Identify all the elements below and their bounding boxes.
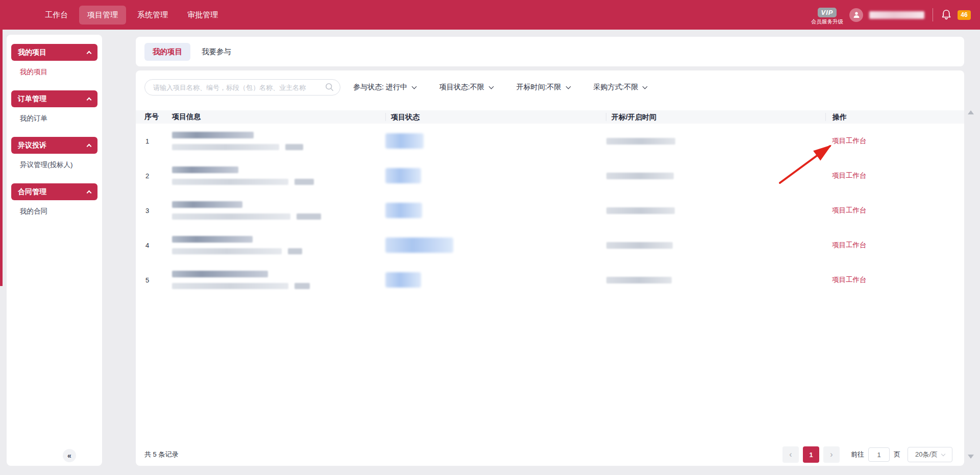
- row-index: 5: [144, 276, 172, 284]
- page-unit-label: 页: [894, 450, 900, 459]
- project-workbench-link[interactable]: 项目工作台: [825, 241, 867, 249]
- sidebar-item[interactable]: 我的合同: [11, 200, 97, 223]
- search-icon[interactable]: [325, 83, 334, 93]
- nav-divider: [933, 8, 933, 21]
- page-size-value: 20条/页: [915, 450, 938, 459]
- project-title-redacted: [172, 236, 253, 243]
- project-workbench-link[interactable]: 项目工作台: [825, 172, 867, 179]
- open-time-redacted: [606, 173, 674, 179]
- filter-dropdown-3[interactable]: 采购方式:不限: [594, 83, 647, 92]
- sidebar-group-title: 异议投诉: [18, 141, 46, 150]
- status-badge-redacted: [385, 272, 421, 288]
- project-workbench-link[interactable]: 项目工作台: [825, 206, 867, 214]
- project-subtitle-redacted: [172, 283, 288, 289]
- open-time-redacted: [606, 207, 675, 214]
- search-box: [144, 79, 340, 96]
- filter-label: 开标时间:不限: [517, 83, 561, 92]
- project-info-redacted: [172, 167, 385, 185]
- column-header-open-time: 开标/开启时间: [606, 113, 825, 121]
- prev-page-button[interactable]: ‹: [782, 446, 799, 463]
- table-row: 2项目工作台: [136, 158, 964, 193]
- filter-label: 参与状态: 进行中: [353, 83, 407, 92]
- sidebar-item[interactable]: 我的项目: [11, 61, 97, 83]
- nav-item-3[interactable]: 审批管理: [179, 6, 226, 25]
- tab-1[interactable]: 我要参与: [193, 43, 239, 61]
- project-info-redacted: [172, 132, 385, 150]
- row-index: 2: [144, 172, 172, 180]
- project-info-redacted: [172, 271, 385, 289]
- project-workbench-link[interactable]: 项目工作台: [825, 137, 867, 145]
- page-size-select[interactable]: 20条/页: [908, 447, 952, 462]
- project-subtitle-redacted: [172, 144, 279, 150]
- status-badge-redacted: [385, 238, 453, 253]
- filter-dropdown-1[interactable]: 项目状态:不限: [439, 83, 493, 92]
- chevron-down-icon: [566, 84, 571, 89]
- chevron-up-icon: [87, 97, 92, 102]
- sidebar-group-3[interactable]: 合同管理: [11, 183, 97, 200]
- left-accent-strip: [0, 30, 3, 286]
- sidebar-group-2[interactable]: 异议投诉: [11, 137, 97, 154]
- tabs-card: 我的项目我要参与: [136, 37, 964, 66]
- filter-dropdown-2[interactable]: 开标时间:不限: [517, 83, 570, 92]
- next-page-button[interactable]: ›: [823, 446, 840, 463]
- notification-bell-icon[interactable]: [941, 9, 951, 20]
- chevron-down-icon: [941, 452, 945, 456]
- project-subtitle-tail-redacted: [295, 179, 314, 185]
- table-header: 序号 项目信息 项目状态 开标/开启时间 操作: [136, 110, 964, 124]
- top-navbar: 工作台项目管理系统管理审批管理 VIP 会员服务升级 46: [0, 0, 980, 30]
- scrollbar-up-icon[interactable]: [968, 110, 974, 114]
- chevron-up-icon: [87, 190, 92, 195]
- project-title-redacted: [172, 201, 242, 208]
- project-info-redacted: [172, 236, 385, 254]
- vip-icon: VIP: [818, 8, 837, 17]
- table-row: 4项目工作台: [136, 228, 964, 263]
- username-redacted[interactable]: [869, 11, 924, 19]
- row-index: 1: [144, 137, 172, 145]
- vip-upgrade-button[interactable]: VIP 会员服务升级: [811, 8, 843, 26]
- sidebar-group-1[interactable]: 订单管理: [11, 90, 97, 107]
- chevron-up-icon: [87, 51, 92, 56]
- table-row: 3项目工作台: [136, 193, 964, 228]
- pagination-bar: 共 5 条记录 ‹ 1 › 前往 页 20条/页: [144, 446, 952, 463]
- total-records-text: 共 5 条记录: [144, 450, 178, 459]
- filter-toolbar: 参与状态: 进行中项目状态:不限开标时间:不限采购方式:不限: [136, 70, 964, 96]
- status-badge-redacted: [385, 168, 421, 183]
- search-input[interactable]: [144, 79, 340, 96]
- sidebar-item[interactable]: 异议管理(投标人): [11, 154, 97, 176]
- project-subtitle-redacted: [172, 179, 288, 185]
- filter-dropdown-0[interactable]: 参与状态: 进行中: [353, 83, 416, 92]
- project-workbench-link[interactable]: 项目工作台: [825, 276, 867, 283]
- project-subtitle-redacted: [172, 248, 282, 254]
- project-subtitle-redacted: [172, 213, 290, 220]
- tab-0[interactable]: 我的项目: [144, 43, 190, 61]
- table-row: 5项目工作台: [136, 263, 964, 297]
- goto-label: 前往: [851, 450, 864, 459]
- nav-item-0[interactable]: 工作台: [37, 6, 76, 25]
- user-avatar-icon[interactable]: [849, 8, 863, 22]
- column-header-index: 序号: [144, 112, 172, 122]
- table-body: 1项目工作台2项目工作台3项目工作台4项目工作台5项目工作台: [136, 124, 964, 297]
- sidebar-group-0[interactable]: 我的项目: [11, 44, 97, 61]
- nav-item-1[interactable]: 项目管理: [79, 6, 126, 25]
- goto-page-input[interactable]: [868, 447, 890, 462]
- current-page-button[interactable]: 1: [803, 446, 819, 463]
- status-badge-redacted: [385, 133, 424, 149]
- main-nav: 工作台项目管理系统管理审批管理: [0, 6, 226, 25]
- sidebar-item[interactable]: 我的订单: [11, 107, 97, 130]
- filter-label: 项目状态:不限: [439, 83, 484, 92]
- project-subtitle-tail-redacted: [288, 248, 302, 254]
- table-row: 1项目工作台: [136, 124, 964, 158]
- project-info-redacted: [172, 201, 385, 220]
- project-list-card: 参与状态: 进行中项目状态:不限开标时间:不限采购方式:不限 序号 项目信息 项…: [136, 70, 964, 466]
- project-title-redacted: [172, 271, 268, 277]
- column-header-actions: 操作: [825, 113, 964, 121]
- project-subtitle-tail-redacted: [295, 283, 310, 289]
- nav-item-2[interactable]: 系统管理: [129, 6, 176, 25]
- open-time-redacted: [606, 277, 672, 283]
- sidebar: 我的项目我的项目订单管理我的订单异议投诉异议管理(投标人)合同管理我的合同 «: [7, 35, 102, 466]
- sidebar-collapse-button[interactable]: «: [63, 449, 76, 462]
- open-time-redacted: [606, 138, 675, 145]
- scrollbar-down-icon[interactable]: [968, 455, 974, 459]
- open-time-redacted: [606, 242, 673, 249]
- chevron-down-icon: [643, 84, 648, 89]
